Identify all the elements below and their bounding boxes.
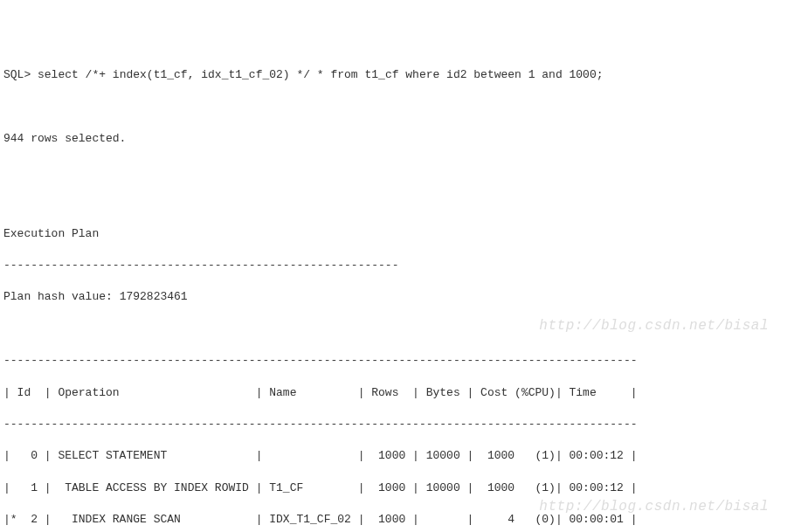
plan-hash: Plan hash value: 1792823461 xyxy=(3,289,805,305)
sql-line: SQL> select /*+ index(t1_cf, idx_t1_cf_0… xyxy=(3,67,805,83)
plan-table-sep: ----------------------------------------… xyxy=(3,417,805,432)
sql-prompt: SQL> xyxy=(3,68,38,81)
plan-table-header: | Id | Operation | Name | Rows | Bytes |… xyxy=(3,385,805,401)
plan-row: | 1 | TABLE ACCESS BY INDEX ROWID | T1_C… xyxy=(3,480,805,496)
plan-row: | 0 | SELECT STATEMENT | | 1000 | 10000 … xyxy=(3,448,805,464)
execplan-title: Execution Plan xyxy=(3,226,805,242)
plan-row: |* 2 | INDEX RANGE SCAN | IDX_T1_CF_02 |… xyxy=(3,512,805,528)
execplan-sep: ----------------------------------------… xyxy=(3,258,805,273)
blank-line xyxy=(3,99,805,114)
plan-hash-label: Plan hash value: xyxy=(3,290,120,303)
blank-line xyxy=(3,321,805,337)
plan-table-sep: ----------------------------------------… xyxy=(3,353,805,369)
sql-query: select /*+ index(t1_cf, idx_t1_cf_02) */… xyxy=(38,68,604,81)
rows-selected: 944 rows selected. xyxy=(3,131,805,147)
blank-line xyxy=(3,194,805,210)
plan-hash-value: 1792823461 xyxy=(120,290,188,303)
blank-line xyxy=(3,162,805,178)
